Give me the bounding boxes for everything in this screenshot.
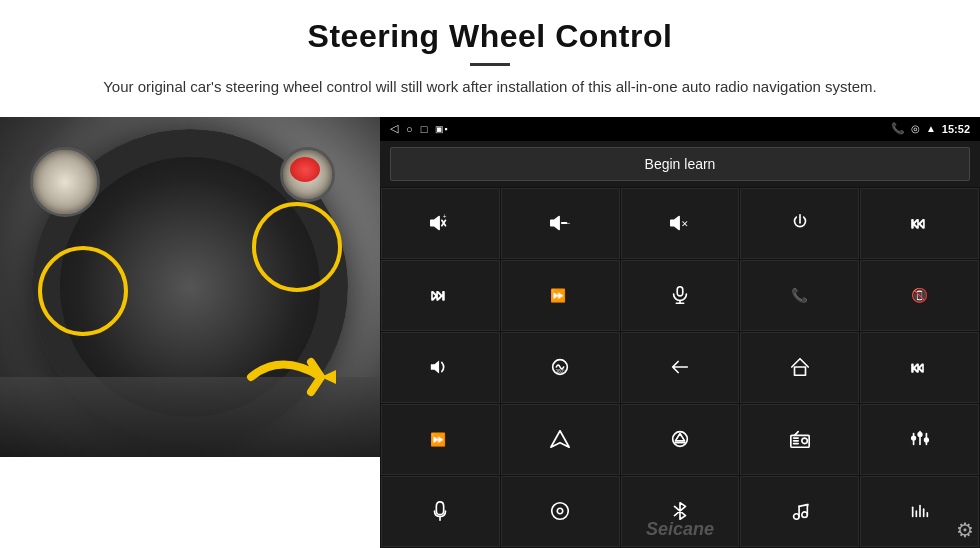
vol-up-button[interactable]: + bbox=[381, 188, 500, 259]
yellow-arrow bbox=[241, 342, 361, 416]
end-call-button[interactable]: 📵 bbox=[860, 260, 979, 331]
svg-point-44 bbox=[552, 503, 569, 520]
mic-button[interactable] bbox=[621, 260, 740, 331]
ffwd-button[interactable]: ⏩ bbox=[381, 404, 500, 475]
red-indicator bbox=[290, 157, 320, 182]
mic2-button[interactable] bbox=[381, 476, 500, 547]
svg-text:♪: ♪ bbox=[806, 502, 809, 509]
skip-fwd-button[interactable]: ⏩ bbox=[501, 260, 620, 331]
svg-rect-13 bbox=[677, 287, 683, 296]
header-section: Steering Wheel Control Your original car… bbox=[0, 0, 980, 109]
content-row: ◁ ○ □ ▣▪ 📞 ◎ ▲ 15:52 Begin learn bbox=[0, 117, 980, 549]
svg-text:📞: 📞 bbox=[791, 287, 809, 304]
bluetooth-button[interactable] bbox=[621, 476, 740, 547]
android-screen: ◁ ○ □ ▣▪ 📞 ◎ ▲ 15:52 Begin learn bbox=[380, 117, 980, 549]
notification-icon: ▣▪ bbox=[435, 124, 447, 134]
svg-point-46 bbox=[793, 514, 799, 520]
svg-text:—: — bbox=[563, 218, 571, 227]
back-nav-icon[interactable]: ◁ bbox=[390, 122, 398, 135]
speaker-button[interactable] bbox=[381, 332, 500, 403]
home-button[interactable] bbox=[740, 332, 859, 403]
svg-point-29 bbox=[802, 438, 808, 444]
power-button[interactable] bbox=[740, 188, 859, 259]
radio-button[interactable] bbox=[740, 404, 859, 475]
svg-marker-0 bbox=[321, 370, 336, 384]
mute-button[interactable]: ✕ bbox=[621, 188, 740, 259]
svg-text:⏩: ⏩ bbox=[550, 288, 567, 304]
status-left: ◁ ○ □ ▣▪ bbox=[390, 122, 448, 135]
prev-track-button[interactable]: ⏮ bbox=[860, 188, 979, 259]
svg-point-47 bbox=[802, 512, 808, 518]
navigate-button[interactable] bbox=[501, 404, 620, 475]
home-nav-icon[interactable]: ○ bbox=[406, 123, 413, 135]
svg-text:+: + bbox=[443, 213, 447, 220]
page-container: Steering Wheel Control Your original car… bbox=[0, 0, 980, 548]
equalizer-button[interactable] bbox=[860, 404, 979, 475]
svg-text:⏮: ⏮ bbox=[910, 215, 925, 231]
rewind-button[interactable]: ⏮ bbox=[860, 332, 979, 403]
status-bar: ◁ ○ □ ▣▪ 📞 ◎ ▲ 15:52 bbox=[380, 117, 980, 141]
recents-nav-icon[interactable]: □ bbox=[421, 123, 428, 135]
title-divider bbox=[470, 63, 510, 66]
android-screen-wrapper: ◁ ○ □ ▣▪ 📞 ◎ ▲ 15:52 Begin learn bbox=[380, 117, 980, 549]
settings-circle-button[interactable] bbox=[501, 476, 620, 547]
svg-point-45 bbox=[557, 509, 563, 515]
icon-grid: + — ✕ ⏮ bbox=[380, 187, 980, 549]
svg-text:⏮: ⏮ bbox=[910, 360, 924, 375]
eject-button[interactable] bbox=[621, 404, 740, 475]
page-title: Steering Wheel Control bbox=[60, 18, 920, 55]
back-button[interactable] bbox=[621, 332, 740, 403]
yellow-circle-right bbox=[252, 202, 342, 292]
wifi-icon: ▲ bbox=[926, 123, 936, 134]
gauge-left bbox=[30, 147, 100, 217]
steering-wheel-photo bbox=[0, 117, 380, 457]
svg-marker-8 bbox=[671, 217, 679, 230]
360-button[interactable]: 360° bbox=[501, 332, 620, 403]
svg-point-39 bbox=[918, 433, 922, 437]
svg-text:360°: 360° bbox=[556, 370, 566, 375]
begin-learn-button[interactable]: Begin learn bbox=[390, 147, 970, 181]
yellow-circle-left bbox=[38, 246, 128, 336]
svg-marker-18 bbox=[431, 361, 439, 374]
subtitle: Your original car's steering wheel contr… bbox=[80, 76, 900, 99]
clock: 15:52 bbox=[942, 123, 970, 135]
svg-marker-24 bbox=[551, 431, 569, 448]
gear-icon[interactable]: ⚙ bbox=[956, 518, 974, 542]
phone-icon: 📞 bbox=[891, 122, 905, 135]
location-icon: ◎ bbox=[911, 123, 920, 134]
svg-text:📵: 📵 bbox=[910, 287, 928, 304]
svg-rect-21 bbox=[794, 367, 805, 375]
vol-down-button[interactable]: — bbox=[501, 188, 620, 259]
svg-text:✕: ✕ bbox=[681, 219, 689, 229]
music-button[interactable]: ♪ bbox=[740, 476, 859, 547]
status-right: 📞 ◎ ▲ 15:52 bbox=[891, 122, 970, 135]
begin-learn-row: Begin learn bbox=[380, 141, 980, 187]
svg-text:⏭: ⏭ bbox=[431, 287, 446, 303]
skip-next-button[interactable]: ⏭ bbox=[381, 260, 500, 331]
svg-point-36 bbox=[911, 437, 915, 441]
svg-marker-26 bbox=[675, 434, 684, 441]
svg-marker-5 bbox=[551, 217, 559, 230]
phone-call-button[interactable]: 📞 bbox=[740, 260, 859, 331]
svg-marker-1 bbox=[431, 217, 439, 230]
svg-point-42 bbox=[924, 438, 928, 442]
svg-text:⏩: ⏩ bbox=[430, 432, 447, 448]
